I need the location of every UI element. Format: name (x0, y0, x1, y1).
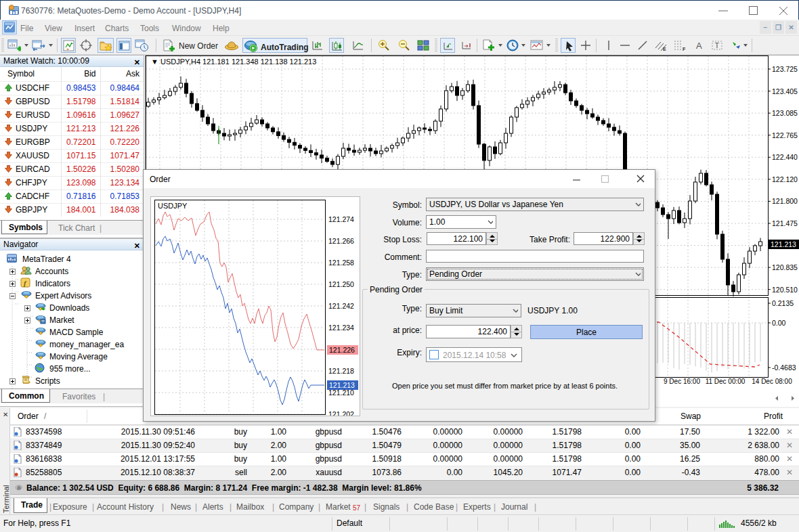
svg-text:T: T (715, 41, 720, 49)
svg-text:A: A (696, 41, 702, 51)
svg-text:122.120: 122.120 (772, 175, 798, 183)
svg-text:-0.4683: -0.4683 (772, 363, 796, 372)
svg-text:121.475: 121.475 (772, 219, 798, 227)
svg-text:USDJPY: USDJPY (158, 202, 188, 210)
svg-text:120.510: 120.510 (772, 286, 798, 294)
svg-text:121.218: 121.218 (328, 367, 354, 375)
svg-text:122.440: 122.440 (772, 153, 798, 161)
svg-text:▼ USDJPY,H4 121.181 121.348 1: ▼ USDJPY,H4 121.181 121.348 121.138 121.… (151, 58, 316, 66)
svg-text:122.765: 122.765 (772, 131, 798, 139)
svg-text:121.213: 121.213 (771, 240, 796, 248)
svg-text:F: F (683, 47, 686, 51)
svg-text:0.2135: 0.2135 (772, 299, 794, 307)
svg-text:123.725: 123.725 (772, 65, 798, 73)
svg-text:121.800: 121.800 (772, 197, 798, 205)
svg-text:14 Dec 08:00: 14 Dec 08:00 (752, 378, 792, 385)
svg-text:123.405: 123.405 (772, 87, 798, 95)
svg-text:121.202: 121.202 (328, 410, 354, 416)
svg-text:120.835: 120.835 (772, 263, 798, 271)
svg-text:0.00: 0.00 (772, 319, 786, 327)
svg-text:121.213: 121.213 (329, 381, 355, 389)
svg-text:E: E (663, 47, 666, 51)
svg-text:9 Dec 16:00: 9 Dec 16:00 (664, 378, 700, 385)
svg-text:123.085: 123.085 (772, 109, 798, 117)
svg-text:11 Dec 00:00: 11 Dec 00:00 (706, 378, 746, 385)
svg-text:121.250: 121.250 (328, 280, 354, 288)
